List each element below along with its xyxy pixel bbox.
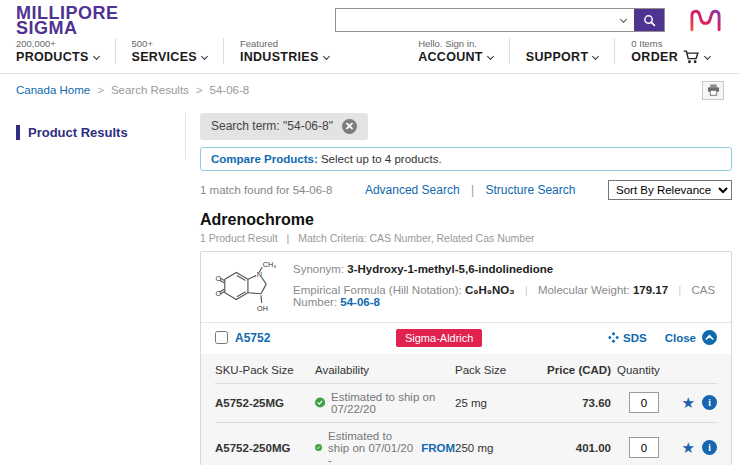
- pricing-panel: SKU-Pack Size Availability Pack Size Pri…: [201, 354, 731, 465]
- cart-items-count: 0 Items: [631, 38, 710, 50]
- brand-badge: Sigma-Aldrich: [396, 329, 482, 347]
- search-button[interactable]: [634, 9, 664, 31]
- search-input[interactable]: [336, 9, 621, 31]
- atom-label-ch3: CH₃: [263, 260, 276, 269]
- synonym-label: Synonym:: [293, 263, 344, 275]
- advanced-search-link[interactable]: Advanced Search: [365, 183, 460, 197]
- chevron-down-icon: [704, 53, 711, 60]
- nav-item-order[interactable]: 0 Items ORDER: [614, 38, 726, 64]
- availability-text: Estimated to ship on 07/01/20 -: [328, 430, 415, 465]
- milliporesigma-logo[interactable]: Millipore Sigma: [16, 6, 119, 36]
- col-qty: Quantity: [617, 364, 671, 376]
- table-row: A5752-25MG Estimated to ship on 07/22/20…: [215, 384, 717, 423]
- sds-cross-icon: [608, 332, 619, 343]
- sku-header-row: A5752 Sigma-Aldrich SDS Close: [201, 322, 731, 354]
- collapse-icon[interactable]: [702, 330, 717, 345]
- search-term-label: Search term: "54-06-8": [211, 119, 333, 133]
- vibrant-m-logo[interactable]: [689, 8, 722, 32]
- atom-label-o-top: O: [216, 273, 222, 282]
- favorite-star-icon[interactable]: ★: [682, 440, 695, 455]
- breadcrumb: Canada Home > Search Results > 54-06-8: [0, 74, 740, 105]
- nav-item-industries[interactable]: Featured INDUSTRIES: [223, 38, 345, 64]
- results-content: Search term: "54-06-8" ✕ Compare Product…: [186, 113, 732, 465]
- nav-item-support[interactable]: SUPPORT: [509, 38, 615, 64]
- mw-value: 179.17: [633, 284, 668, 296]
- compare-products-hint: Select up to 4 products.: [321, 153, 442, 165]
- results-meta-row: 1 match found for 54-06-8 Advanced Searc…: [200, 180, 732, 200]
- col-sku: SKU-Pack Size: [215, 364, 315, 376]
- atom-label-o-bottom: O: [216, 289, 222, 298]
- sds-link[interactable]: SDS: [608, 332, 647, 344]
- sku-link[interactable]: A5752: [235, 331, 270, 345]
- nav-item-products[interactable]: 200,000+ PRODUCTS: [16, 38, 115, 64]
- sidebar-item-product-results[interactable]: Product Results: [16, 125, 185, 140]
- print-button[interactable]: [702, 81, 724, 100]
- chevron-down-icon: [592, 53, 599, 60]
- breadcrumb-current: 54-06-8: [210, 84, 250, 96]
- chemical-structure-image: O O N CH₃ OH: [215, 260, 277, 314]
- main-nav: 200,000+ PRODUCTS 500+ SERVICES Featured…: [0, 36, 740, 74]
- sort-by-select[interactable]: Sort By Relevance: [608, 180, 732, 200]
- svg-text:i: i: [708, 443, 711, 453]
- formula-value: C₉H₉NO₃: [465, 284, 515, 296]
- in-stock-check-icon: [315, 441, 322, 454]
- pack-size: 250 mg: [455, 442, 545, 454]
- main-area: Product Results Search term: "54-06-8" ✕…: [0, 105, 740, 465]
- col-availability: Availability: [315, 364, 455, 376]
- pack-size: 25 mg: [455, 397, 545, 409]
- synonym-block: Synonym: 3-Hydroxy-1-methyl-5,6-indoline…: [293, 260, 717, 314]
- atom-label-oh: OH: [257, 303, 268, 312]
- search-term-pill: Search term: "54-06-8" ✕: [200, 113, 368, 140]
- price: 401.00: [545, 442, 617, 454]
- structure-search-link[interactable]: Structure Search: [485, 183, 575, 197]
- search-bar: [335, 8, 665, 32]
- compare-checkbox[interactable]: [215, 331, 228, 344]
- info-icon[interactable]: i: [702, 395, 717, 410]
- availability-text: Estimated to ship on 07/22/20: [331, 391, 449, 415]
- quantity-input[interactable]: [629, 437, 659, 458]
- col-price: Price (CAD): [545, 364, 617, 376]
- product-summary: O O N CH₃ OH Synonym: 3-Hydroxy-1-methyl…: [201, 252, 731, 322]
- in-stock-check-icon: [315, 396, 325, 409]
- breadcrumb-search-results: Search Results: [111, 84, 189, 96]
- quantity-input[interactable]: [629, 392, 659, 413]
- cart-icon: [683, 50, 700, 64]
- product-meta: 1 Product Result | Match Criteria: CAS N…: [200, 232, 732, 244]
- sign-in-text[interactable]: Hello. Sign in.: [418, 38, 493, 50]
- nav-sup-industries: Featured: [240, 38, 329, 50]
- breadcrumb-home-link[interactable]: Canada Home: [16, 84, 90, 96]
- chevron-down-icon: [201, 53, 208, 60]
- from-link[interactable]: FROM: [421, 442, 455, 454]
- search-scope-chevron-icon[interactable]: [620, 15, 627, 22]
- active-marker: [16, 125, 20, 140]
- product-name-heading: Adrenochrome: [200, 211, 732, 229]
- remove-search-term-icon[interactable]: ✕: [342, 119, 357, 134]
- row-sku: A5752-250MG: [215, 442, 315, 454]
- printer-icon: [707, 84, 720, 96]
- close-link[interactable]: Close: [665, 332, 696, 344]
- table-header-row: SKU-Pack Size Availability Pack Size Pri…: [215, 356, 717, 384]
- nav-item-account[interactable]: Hello. Sign in. ACCOUNT: [402, 38, 509, 64]
- price: 73.60: [545, 397, 617, 409]
- row-sku: A5752-25MG: [215, 397, 315, 409]
- nav-sup-products: 200,000+: [16, 38, 99, 50]
- nav-sup-services: 500+: [132, 38, 207, 50]
- table-row: A5752-250MG Estimated to ship on 07/01/2…: [215, 423, 717, 465]
- compare-products-bar: Compare Products: Select up to 4 product…: [200, 147, 732, 171]
- chevron-down-icon: [487, 53, 494, 60]
- nav-left: 200,000+ PRODUCTS 500+ SERVICES Featured…: [16, 38, 345, 64]
- favorite-star-icon[interactable]: ★: [682, 395, 695, 410]
- cas-number-link[interactable]: 54-06-8: [340, 296, 380, 308]
- svg-text:i: i: [708, 398, 711, 408]
- compare-products-link[interactable]: Compare Products:: [211, 153, 318, 165]
- sidebar: Product Results: [16, 113, 186, 159]
- atom-label-n: N: [257, 269, 262, 278]
- nav-item-services[interactable]: 500+ SERVICES: [115, 38, 223, 64]
- mw-label: Molecular Weight:: [538, 284, 630, 296]
- synonym-value: 3-Hydroxy-1-methyl-5,6-indolinedione: [347, 263, 553, 275]
- info-icon[interactable]: i: [702, 440, 717, 455]
- nav-right: Hello. Sign in. ACCOUNT SUPPORT 0 Items …: [402, 38, 726, 64]
- chevron-down-icon: [93, 53, 100, 60]
- formula-label: Empirical Formula (Hill Notation):: [293, 284, 462, 296]
- chevron-down-icon: [323, 53, 330, 60]
